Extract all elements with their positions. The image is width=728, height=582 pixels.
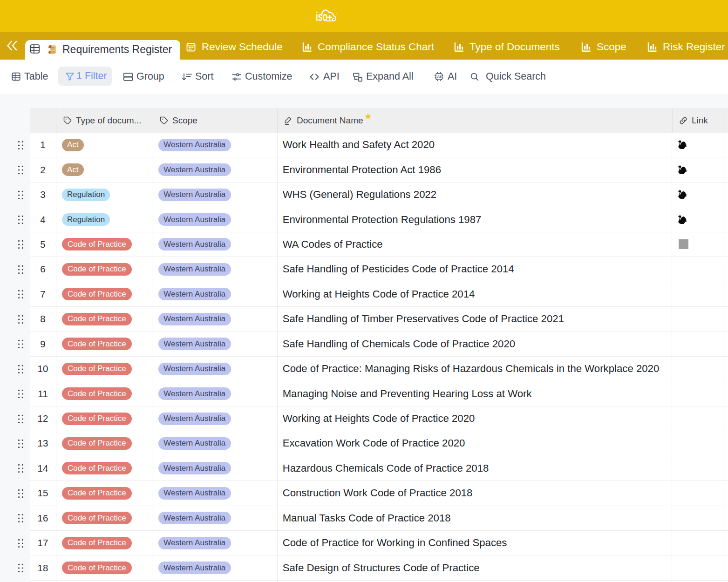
svg-text:™: ™ [336, 13, 338, 15]
svg-text:iso: iso [316, 9, 327, 22]
svg-text:AI: AI [437, 74, 441, 79]
